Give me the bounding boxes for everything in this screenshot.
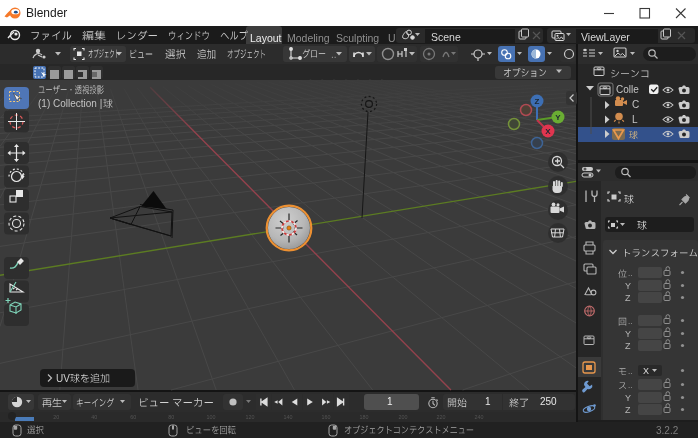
svg-text:UV: UV: [56, 373, 70, 384]
svg-text:(1) Collection |: (1) Collection |: [38, 98, 102, 109]
svg-text:Z: Z: [535, 97, 540, 106]
svg-text:Y: Y: [555, 113, 561, 122]
svg-text:X: X: [545, 127, 551, 136]
